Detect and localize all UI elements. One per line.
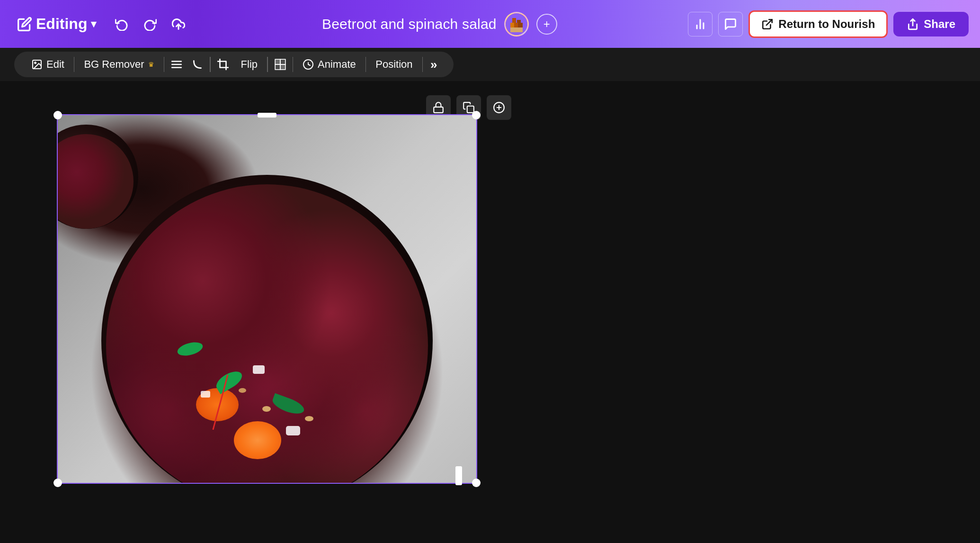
- handle-bottom-right[interactable]: [472, 479, 481, 487]
- nav-left: Editing ▾: [11, 11, 102, 36]
- animate-tool[interactable]: Animate: [295, 54, 364, 74]
- avatar[interactable]: [504, 12, 529, 36]
- edit-tool[interactable]: Edit: [24, 54, 72, 74]
- divider-3: [210, 57, 211, 72]
- nav-center: Beetroot and spinach salad +: [198, 12, 680, 36]
- small-bowl: [58, 125, 138, 229]
- undo-icon: [115, 18, 128, 31]
- editing-button[interactable]: Editing ▾: [11, 11, 102, 36]
- chart-icon: [694, 18, 707, 31]
- spinach-leaf-2: [270, 393, 306, 417]
- document-title: Beetroot and spinach salad: [322, 16, 497, 32]
- svg-line-11: [766, 19, 772, 25]
- svg-rect-21: [280, 64, 285, 70]
- editing-label: Editing: [36, 15, 87, 33]
- redo-icon: [143, 18, 157, 31]
- svg-rect-18: [275, 59, 280, 64]
- add-to-canvas-button[interactable]: [487, 95, 511, 120]
- bg-remover-label: BG Remover: [84, 58, 144, 71]
- undo-button[interactable]: [109, 12, 134, 36]
- pine-nut-2: [239, 388, 246, 393]
- small-bowl-contents: [58, 134, 134, 229]
- nav-history: [109, 12, 191, 36]
- svg-rect-20: [275, 64, 280, 70]
- crop-tool[interactable]: [213, 54, 233, 75]
- selected-image[interactable]: [57, 114, 477, 484]
- flip-tool[interactable]: Flip: [233, 54, 265, 74]
- orange-segment-2: [234, 421, 281, 459]
- add-collaborator-button[interactable]: +: [536, 14, 557, 35]
- cloud-icon: [172, 18, 185, 31]
- feta-crumble-3: [286, 426, 300, 435]
- redo-button[interactable]: [138, 12, 162, 36]
- edit-image-icon: [31, 59, 43, 70]
- pine-nut-1: [262, 406, 271, 412]
- nav-right: Return to Nourish Share: [688, 10, 969, 38]
- return-to-nourish-button[interactable]: Return to Nourish: [748, 10, 888, 38]
- spinach-leaf-3: [176, 340, 205, 358]
- animate-icon: [303, 59, 314, 70]
- transparency-icon: [274, 58, 286, 71]
- return-label: Return to Nourish: [778, 18, 875, 31]
- animate-label: Animate: [318, 58, 356, 71]
- pencil-icon: [17, 17, 32, 32]
- avatar-image: [506, 13, 527, 35]
- svg-rect-6: [514, 23, 518, 27]
- handle-bottom-right-edge[interactable]: [455, 466, 462, 485]
- svg-rect-19: [280, 59, 285, 64]
- svg-line-24: [308, 64, 310, 65]
- add-element-icon: [493, 101, 505, 114]
- comments-button[interactable]: [718, 12, 743, 36]
- svg-point-14: [35, 62, 36, 63]
- edit-label: Edit: [46, 58, 64, 71]
- more-icon: »: [430, 57, 438, 72]
- handle-bottom-left[interactable]: [53, 479, 62, 487]
- toolbar-inner: Edit BG Remover ♛: [14, 52, 454, 77]
- chevron-down-icon: ▾: [91, 18, 96, 30]
- divider-1: [74, 57, 75, 72]
- share-button[interactable]: Share: [893, 12, 969, 36]
- pine-nut-3: [305, 416, 313, 421]
- svg-rect-25: [434, 107, 443, 113]
- flip-label: Flip: [241, 58, 258, 71]
- crop-icon: [217, 58, 229, 71]
- comment-icon: [724, 18, 737, 31]
- position-tool[interactable]: Position: [368, 54, 420, 74]
- crown-icon: ♛: [148, 61, 154, 68]
- save-cloud-button[interactable]: [166, 12, 191, 36]
- transparency-tool[interactable]: [270, 54, 291, 75]
- lock-icon: [432, 101, 445, 114]
- secondary-toolbar: Edit BG Remover ♛: [0, 48, 980, 81]
- lines-tool[interactable]: [166, 54, 187, 75]
- divider-4: [267, 57, 268, 72]
- top-navigation: Editing ▾ Beetroot and spinach: [0, 0, 980, 48]
- share-label: Share: [924, 18, 955, 31]
- corners-icon: [191, 58, 204, 71]
- divider-6: [365, 57, 366, 72]
- corners-tool[interactable]: [187, 54, 208, 75]
- handle-top-right[interactable]: [472, 111, 481, 119]
- canvas-area: [0, 81, 980, 543]
- position-label: Position: [375, 58, 412, 71]
- divider-2: [164, 57, 165, 72]
- more-tools-button[interactable]: »: [425, 54, 444, 76]
- feta-crumble-2: [201, 391, 210, 398]
- divider-7: [422, 57, 423, 72]
- salad-photo: [58, 115, 476, 483]
- handle-top-center[interactable]: [258, 113, 276, 118]
- handle-top-left[interactable]: [53, 111, 62, 119]
- share-icon: [907, 18, 919, 30]
- feta-crumble-1: [253, 365, 265, 374]
- divider-5: [293, 57, 294, 72]
- lines-icon: [170, 58, 183, 71]
- bg-remover-tool[interactable]: BG Remover ♛: [76, 54, 161, 74]
- salad-contents: [106, 184, 428, 483]
- main-bowl: [101, 175, 433, 483]
- svg-rect-5: [510, 23, 514, 27]
- external-link-icon: [761, 18, 774, 30]
- svg-rect-7: [518, 23, 523, 27]
- analytics-button[interactable]: [688, 12, 713, 36]
